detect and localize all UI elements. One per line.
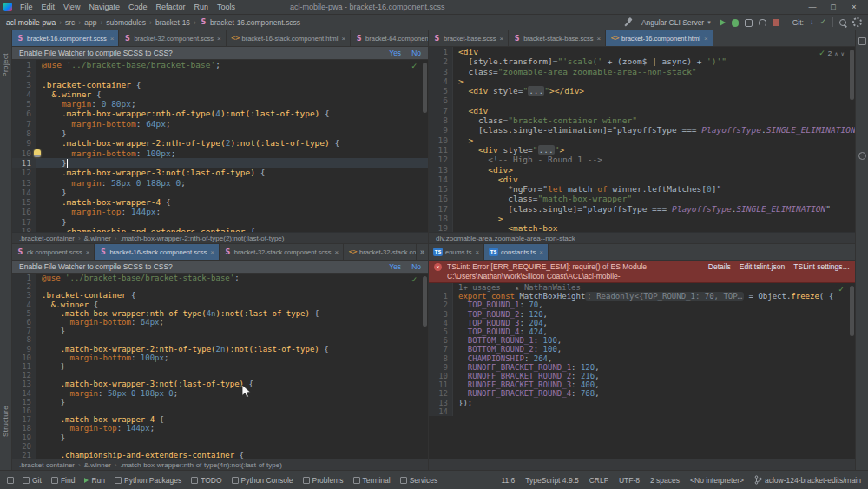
- menu-code[interactable]: Code: [124, 2, 152, 12]
- code-line[interactable]: CHAMPIONSHIP: 264,: [453, 354, 552, 363]
- line-number[interactable]: 10: [12, 354, 36, 362]
- line-number[interactable]: 16: [12, 207, 36, 216]
- tab-close-icon[interactable]: ×: [217, 35, 221, 43]
- code-line[interactable]: margin-bottom: 100px;: [36, 149, 175, 158]
- code-line[interactable]: <div: [453, 175, 518, 184]
- line-number[interactable]: 5: [12, 99, 36, 109]
- code-line[interactable]: *ngFor="let match of winner.leftMatches[…: [453, 184, 721, 194]
- code-line[interactable]: [36, 406, 42, 415]
- line-number[interactable]: 5: [429, 327, 453, 336]
- breadcrumb-item[interactable]: submodules: [106, 18, 146, 27]
- line-number[interactable]: 18: [12, 227, 36, 232]
- line-number[interactable]: 18: [12, 424, 36, 433]
- line-number[interactable]: 8: [12, 335, 36, 344]
- code-line[interactable]: margin-bottom: 100px;: [36, 354, 168, 362]
- statusbar-python-packages[interactable]: Python Packages: [115, 476, 181, 485]
- line-number[interactable]: 4: [12, 89, 36, 99]
- editor-tab-bracket-stack-base-scss[interactable]: Sbracket-stack-base.scss×: [509, 30, 606, 46]
- code-editor[interactable]: 1<div2 [style.transform]="'scale(' + (zo…: [429, 47, 855, 232]
- code-line[interactable]: .championship-and-extenders-container {: [36, 227, 255, 232]
- intention-bulb-icon[interactable]: [34, 149, 41, 157]
- git-commit-icon[interactable]: ✓: [819, 17, 826, 27]
- statusbar-run[interactable]: Run: [84, 476, 105, 485]
- editor-area[interactable]: 1<div2 [style.transform]="'scale(' + (zo…: [429, 47, 855, 232]
- code-editor[interactable]: 1+ usages ▴ NathanWailes1export const Ma…: [429, 283, 855, 459]
- menu-view[interactable]: View: [59, 2, 84, 12]
- code-line[interactable]: .championship-and-extenders-container {: [36, 451, 244, 459]
- line-number[interactable]: 17: [12, 415, 36, 424]
- close-button[interactable]: ×: [844, 3, 865, 11]
- code-line[interactable]: &.winner {: [36, 89, 102, 99]
- line-number[interactable]: 14: [12, 389, 36, 398]
- line-number[interactable]: 6: [429, 336, 453, 345]
- tool-stripe-structure[interactable]: Structure: [2, 406, 10, 437]
- code-line[interactable]: }: [36, 158, 68, 168]
- notifications-bell-icon[interactable]: [858, 152, 866, 160]
- line-number[interactable]: 12: [12, 168, 36, 177]
- editor-tab-ck-component-scss[interactable]: Sck.component.scss×: [12, 244, 95, 260]
- code-line[interactable]: BOTTOM_ROUND_1: 100,: [453, 336, 562, 345]
- line-number[interactable]: 11: [12, 362, 36, 371]
- line-number[interactable]: 13: [12, 178, 36, 188]
- breadcrumb-item[interactable]: &.winner: [84, 461, 111, 469]
- line-number[interactable]: 13: [429, 399, 453, 407]
- code-line[interactable]: class="bracket-container winner": [453, 116, 637, 125]
- profiler-icon[interactable]: [759, 19, 766, 27]
- code-line[interactable]: RUNOFF_BRACKET_ROUND_3: 400,: [453, 380, 600, 389]
- line-number[interactable]: 19: [429, 223, 453, 232]
- code-line[interactable]: margin: 0 80px;: [36, 99, 136, 109]
- tab-close-icon[interactable]: ×: [499, 35, 503, 43]
- statusbar-terminal[interactable]: Terminal: [353, 476, 391, 485]
- line-number[interactable]: 6: [12, 109, 36, 118]
- tab-close-icon[interactable]: ×: [704, 35, 708, 43]
- code-line[interactable]: margin-top: 144px;: [36, 207, 161, 216]
- line-number[interactable]: 16: [12, 406, 36, 415]
- code-line[interactable]: <match-box: [453, 223, 557, 232]
- scrollbar[interactable]: [850, 50, 854, 100]
- editor-tab-bracket-32-component-scss[interactable]: Sbracket-32.component.scss×: [119, 30, 226, 46]
- code-line[interactable]: }: [36, 217, 67, 227]
- code-line[interactable]: [36, 442, 42, 451]
- code-line[interactable]: TOP_ROUND_2: 120,: [453, 310, 548, 319]
- hammer-icon[interactable]: [623, 17, 633, 27]
- line-number[interactable]: 3: [12, 291, 36, 300]
- line-number[interactable]: 8: [429, 354, 453, 363]
- line-number[interactable]: 3: [429, 310, 453, 319]
- code-line[interactable]: [36, 371, 42, 380]
- line-number[interactable]: 5: [12, 309, 36, 318]
- maximize-button[interactable]: □: [823, 3, 844, 11]
- line-number[interactable]: 12: [12, 371, 36, 380]
- notification-action-no[interactable]: No: [411, 49, 421, 57]
- stop-icon[interactable]: [773, 19, 779, 26]
- code-line[interactable]: .match-box-wrapper:nth-of-type(4):not(:l…: [36, 109, 330, 118]
- code-line[interactable]: }: [36, 129, 67, 138]
- editor-area[interactable]: 1@use '../bracket-base/bracket-base';23.…: [12, 60, 428, 232]
- hidden-tabs-icon[interactable]: »: [416, 244, 428, 260]
- code-line[interactable]: <div style="...">: [453, 145, 564, 155]
- line-number[interactable]: 14: [429, 407, 453, 416]
- banner-action-tslint-settings[interactable]: TSLint settings…: [793, 262, 850, 271]
- line-number[interactable]: 7: [12, 327, 36, 335]
- line-number[interactable]: 20: [12, 442, 36, 451]
- code-line[interactable]: .bracket-container {: [36, 291, 135, 300]
- code-line[interactable]: .match-box-wrapper-3:not(:last-of-type) …: [36, 380, 253, 388]
- tab-close-icon[interactable]: ×: [539, 248, 543, 256]
- code-line[interactable]: <!-- High - Round 1 -->: [453, 155, 602, 164]
- editor-area[interactable]: 1+ usages ▴ NathanWailes1export const Ma…: [429, 283, 855, 459]
- line-number[interactable]: 15: [12, 197, 36, 207]
- line-number[interactable]: 9: [12, 345, 36, 354]
- code-line[interactable]: BOTTOM_ROUND_2: 100,: [453, 345, 562, 354]
- code-line[interactable]: >: [453, 135, 473, 145]
- line-number[interactable]: 12: [429, 155, 453, 164]
- statusbar-python-console[interactable]: Python Console: [232, 476, 293, 485]
- editor-tab-enums-ts[interactable]: TSenums.ts×: [429, 244, 484, 260]
- line-number[interactable]: 19: [12, 433, 36, 442]
- code-line[interactable]: .match-box-wrapper-2:nth-of-type(2):not(…: [36, 138, 339, 148]
- code-line[interactable]: [class.single]="playoffsType === Playoff…: [453, 204, 831, 214]
- code-line[interactable]: }: [36, 398, 65, 406]
- line-number[interactable]: 3: [12, 80, 36, 89]
- tab-close-icon[interactable]: ×: [210, 248, 214, 256]
- line-number[interactable]: 14: [12, 188, 36, 197]
- line-number[interactable]: 18: [429, 214, 453, 223]
- code-line[interactable]: >: [453, 214, 503, 223]
